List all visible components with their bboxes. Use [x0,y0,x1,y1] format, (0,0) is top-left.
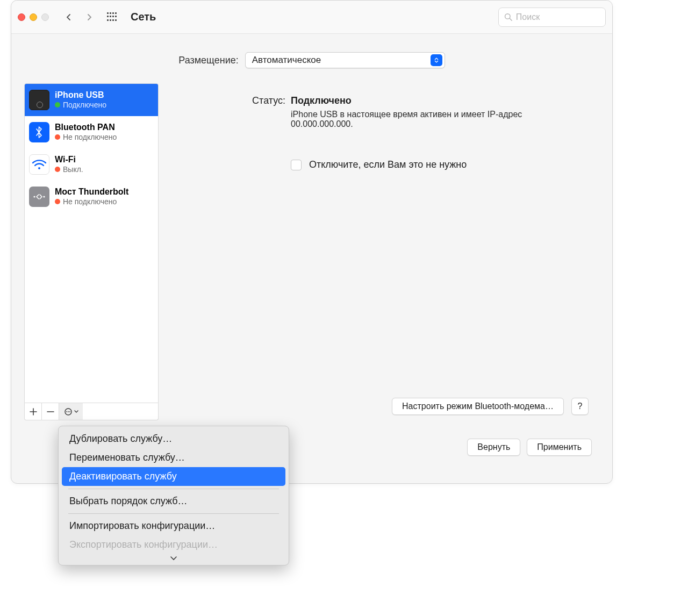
service-list[interactable]: iPhone USB Подключено Bluetooth PAN Не п… [24,83,159,403]
service-status: Не подключено [63,133,117,141]
status-label: Статус: [178,95,285,106]
service-name: Bluetooth PAN [55,123,117,132]
configure-bluetooth-button[interactable]: Настроить режим Bluetooth-модема… [392,398,564,415]
detail-buttons: Настроить режим Bluetooth-модема… ? [178,398,589,420]
service-toolbar [24,403,159,420]
help-button[interactable]: ? [571,398,589,415]
bluetooth-icon [29,122,49,142]
menu-export-config: Экспортировать конфигурации… [62,535,285,554]
location-select[interactable]: Автоматическое [245,52,445,68]
service-status: Не подключено [63,197,117,206]
network-prefs-window: Сеть Размещение: Автоматическое iPhone U… [11,0,613,484]
status-dot-icon [55,102,60,108]
service-name: iPhone USB [55,90,106,100]
svg-point-0 [505,13,510,18]
chevron-right-icon [86,14,92,20]
minimize-icon[interactable] [30,13,37,21]
service-status: Подключено [63,101,106,109]
add-service-button[interactable] [25,403,42,420]
menu-scroll-indicator [62,554,285,562]
search-input[interactable] [498,8,606,27]
menu-separator [68,513,279,514]
back-button[interactable] [60,8,78,26]
toolbar: Сеть [11,1,612,34]
zoom-icon [41,13,49,21]
chevron-down-icon [170,556,177,561]
menu-rename-service[interactable]: Переименовать службу… [62,448,285,467]
remove-service-button[interactable] [42,403,59,420]
chevron-left-icon [66,14,72,20]
status-dot-icon [55,134,60,140]
search-icon [504,12,513,22]
status-dot-icon [55,167,60,172]
service-sidebar: iPhone USB Подключено Bluetooth PAN Не п… [24,83,159,420]
search-field[interactable] [516,12,600,22]
show-all-button[interactable] [103,8,121,26]
thunderbolt-icon [29,187,49,207]
content: iPhone USB Подключено Bluetooth PAN Не п… [11,83,612,431]
svg-point-4 [43,196,45,197]
svg-point-8 [69,411,70,412]
service-item-iphone-usb[interactable]: iPhone USB Подключено [25,84,158,116]
plus-icon [30,408,37,416]
pane-title: Сеть [131,11,156,23]
service-actions-button[interactable] [59,403,83,420]
menu-import-config[interactable]: Импортировать конфигурации… [62,517,285,535]
menu-separator [68,489,279,489]
window-controls [18,13,49,21]
status-dot-icon [55,199,60,204]
svg-point-7 [68,411,69,412]
disable-row: Отключите, если Вам это не нужно [291,159,589,170]
svg-point-6 [66,411,67,412]
detail-panel: Статус: Подключено iPhone USB в настояще… [167,83,599,420]
close-icon[interactable] [18,13,25,21]
svg-point-3 [33,196,35,197]
service-name: Wi-Fi [55,155,83,164]
service-item-wifi[interactable]: Wi-Fi Выкл. [25,148,158,181]
service-status: Выкл. [63,165,83,174]
svg-point-2 [38,167,40,169]
location-row: Размещение: Автоматическое [11,34,612,83]
status-value: Подключено [291,95,352,106]
status-description: iPhone USB в настоящее время активен и и… [291,110,570,129]
chevron-down-icon [74,410,78,413]
ellipsis-icon [64,407,73,416]
location-value: Автоматическое [252,55,321,66]
disable-label: Отключите, если Вам это не нужно [309,159,467,170]
menu-duplicate-service[interactable]: Дублировать службу… [62,429,285,448]
service-name: Мост Thunderbolt [55,187,128,197]
service-actions-menu[interactable]: Дублировать службу… Переименовать службу… [58,426,289,565]
svg-line-1 [510,18,512,20]
menu-deactivate-service[interactable]: Деактивировать службу [62,467,285,486]
updown-icon [431,54,442,66]
menu-set-order[interactable]: Выбрать порядок служб… [62,492,285,511]
forward-button [80,8,98,26]
grid-icon [107,12,117,22]
apply-button[interactable]: Применить [527,439,592,456]
status-row: Статус: Подключено [178,95,589,106]
service-item-bluetooth-pan[interactable]: Bluetooth PAN Не подключено [25,116,158,148]
wifi-icon [29,154,49,175]
service-item-thunderbolt[interactable]: Мост Thunderbolt Не подключено [25,181,158,213]
disable-checkbox[interactable] [291,160,302,170]
minus-icon [47,408,54,416]
revert-button[interactable]: Вернуть [467,439,520,456]
location-label: Размещение: [178,55,238,66]
iphone-icon [29,90,49,110]
